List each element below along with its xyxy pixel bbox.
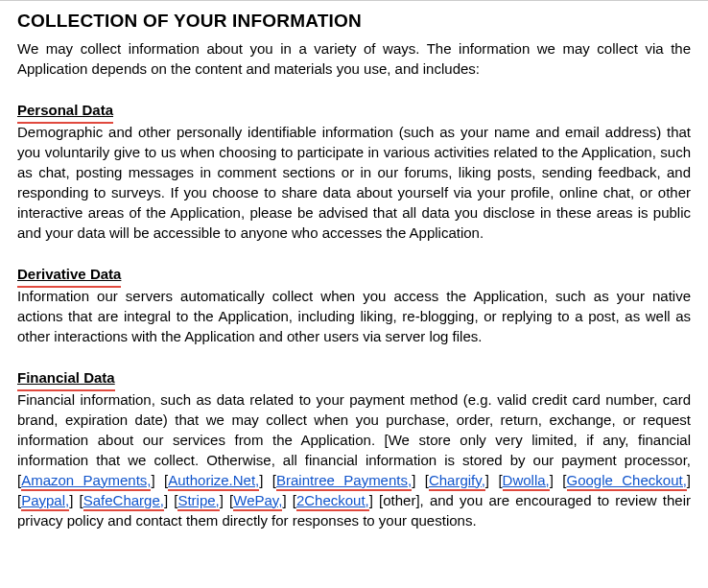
processor-link[interactable]: 2Checkout, xyxy=(296,492,369,508)
processor-link[interactable]: Dwolla, xyxy=(503,472,550,488)
subheading-financial-data: Financial Data xyxy=(17,367,115,388)
personal-data-paragraph: Demographic and other personally identif… xyxy=(17,122,691,243)
processor-link[interactable]: Chargify, xyxy=(429,472,485,488)
financial-data-paragraph: Financial information, such as data rela… xyxy=(17,389,691,530)
processor-link[interactable]: Stripe, xyxy=(177,492,219,508)
processor-link[interactable]: SafeCharge, xyxy=(83,492,164,508)
subheading-personal-data: Personal Data xyxy=(17,100,113,120)
processor-link[interactable]: Google Checkout, xyxy=(567,472,687,488)
processor-link[interactable]: Authorize.Net, xyxy=(168,472,259,488)
processor-link[interactable]: Braintree Payments, xyxy=(276,472,412,488)
section-heading: COLLECTION OF YOUR INFORMATION xyxy=(17,9,691,35)
subheading-derivative-data: Derivative Data xyxy=(17,264,121,284)
processor-link[interactable]: Paypal, xyxy=(21,492,69,508)
processor-link[interactable]: WePay, xyxy=(233,492,282,508)
intro-paragraph: We may collect information about you in … xyxy=(17,38,691,79)
derivative-data-paragraph: Information our servers automatically co… xyxy=(17,286,691,346)
processor-link[interactable]: Amazon Payments, xyxy=(21,472,151,488)
